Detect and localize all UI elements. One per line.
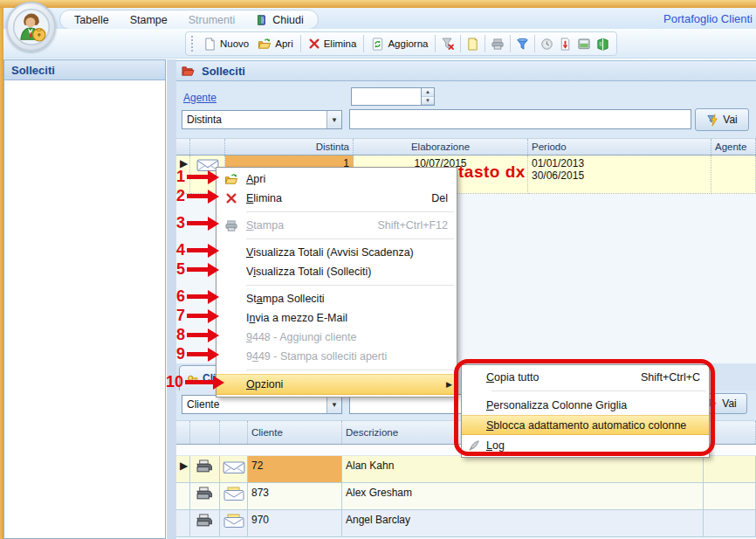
envelope-letter-icon xyxy=(223,487,244,506)
refresh-icon xyxy=(371,38,384,51)
nuovo-button[interactable]: Nuovo xyxy=(199,36,253,52)
monitor-button[interactable] xyxy=(574,36,594,52)
menu-item-label: 9449 - Stampa solleciti aperti xyxy=(246,350,448,363)
menu-item-label: Visualizza Totali (Solleciti) xyxy=(246,266,448,278)
printer-icon xyxy=(224,219,238,232)
spinner-down-icon[interactable]: ▼ xyxy=(422,97,434,106)
context-menu-item-apri[interactable]: Apri xyxy=(216,169,457,189)
column-header-periodo[interactable]: Periodo xyxy=(528,139,711,155)
elimina-button[interactable]: Elimina xyxy=(304,36,361,52)
toolbar-separator xyxy=(460,35,461,52)
column-header-blank[interactable] xyxy=(220,421,248,444)
toolbar-separator xyxy=(485,35,485,52)
delete-x-icon xyxy=(308,38,320,50)
help-book-button[interactable] xyxy=(594,36,612,52)
apri-button[interactable]: Apri xyxy=(253,36,297,52)
menu-separator xyxy=(246,285,454,286)
column-header-elaborazione[interactable]: Elaborazione xyxy=(354,139,528,155)
menu-item-shortcut: Shift+Ctrl+F12 xyxy=(377,219,448,231)
context-menu-item-visualizza-totali-solleciti[interactable]: Visualizza Totali (Solleciti) xyxy=(216,262,457,281)
cell-descrizione: Alex Gresham xyxy=(342,483,704,510)
column-header-distinta[interactable]: Distinta xyxy=(225,139,354,155)
column-header-blank[interactable] xyxy=(176,421,190,444)
menu-item-stampe[interactable]: Stampe xyxy=(130,14,168,26)
nuovo-button-label: Nuovo xyxy=(220,38,249,49)
annotation-step-number: 2 xyxy=(162,189,185,204)
arrow-head-icon xyxy=(213,376,224,390)
cell-extra xyxy=(704,510,756,537)
annotation-step-number: 3 xyxy=(162,216,185,231)
menu-item-label: Stampa Solleciti xyxy=(246,293,448,305)
cell-agente xyxy=(711,155,756,194)
column-header-blank[interactable] xyxy=(190,139,225,155)
menu-item-label: Opzioni xyxy=(246,378,448,390)
left-panel-title: Solleciti xyxy=(4,60,165,80)
envelope-icon xyxy=(223,460,245,479)
new-blank-button[interactable] xyxy=(464,36,482,52)
cell-descrizione: Angel Barclay xyxy=(342,510,704,537)
toolbar-group: NuovoApriEliminaAggiorna xyxy=(185,31,617,56)
chevron-down-icon[interactable]: ▼ xyxy=(326,396,341,413)
toolbar-separator xyxy=(435,35,436,52)
filter-button[interactable] xyxy=(513,36,532,52)
vai-button[interactable]: Vai xyxy=(695,108,749,131)
solleciti-grid-header: DistintaElaborazionePeriodoAgente xyxy=(176,138,756,155)
cell-cliente: 873 xyxy=(248,483,342,510)
annotation-step-number: 1 xyxy=(162,169,185,184)
arrow-head-icon xyxy=(208,263,219,277)
solleciti-header: Solleciti xyxy=(176,60,756,81)
menu-separator xyxy=(246,370,454,370)
annotation-step-number: 6 xyxy=(162,289,185,304)
menu-bar: TabelleStampeStrumentiChiudi Portafoglio… xyxy=(3,8,756,29)
open-folder-icon xyxy=(216,173,246,186)
agente-spinner: ▲ ▼ xyxy=(351,87,435,106)
agente-link[interactable]: Agente xyxy=(183,92,216,104)
toolbar-separator xyxy=(534,35,535,52)
small-printer-icon xyxy=(196,487,213,506)
menu-item-label: Apri xyxy=(246,173,448,185)
context-menu-item-invia-a-mezzo-e-mail[interactable]: Invia a mezzo E-Mail xyxy=(216,308,457,328)
cell-cliente: 970 xyxy=(248,510,342,537)
annotation-arrow-10: 10 xyxy=(155,375,224,390)
arrow-shaft xyxy=(187,267,208,272)
column-header-blank[interactable] xyxy=(176,139,190,155)
arrow-head-icon xyxy=(208,309,219,323)
context-menu-item-opzioni[interactable]: Opzioni▶ xyxy=(216,374,457,395)
table-row[interactable]: 873Alex Gresham xyxy=(176,483,756,510)
context-menu-item-visualizza-totali-avvisi-scadenza[interactable]: Visualizza Totali (Avvisi Scadenza) xyxy=(216,243,457,262)
row-selector-cell xyxy=(176,510,190,537)
printer-cell xyxy=(190,456,220,483)
table-row[interactable]: ▶72Alan Kahn xyxy=(176,456,756,483)
spinner-up-icon[interactable]: ▲ xyxy=(422,88,434,97)
menu-item-label: 9448 - Aggiungi cliente xyxy=(246,331,448,343)
chevron-down-icon[interactable]: ▼ xyxy=(326,111,341,128)
menu-item-chiudi[interactable]: Chiudi xyxy=(256,14,303,26)
aggiorna-button[interactable]: Aggiorna xyxy=(367,36,432,52)
annotation-step-number: 5 xyxy=(162,262,185,277)
export-pdf-button[interactable] xyxy=(556,36,574,52)
search-input[interactable] xyxy=(349,109,691,129)
arrow-shaft xyxy=(187,333,208,337)
filter-clear-button xyxy=(438,35,457,52)
column-header-cliente[interactable]: Cliente xyxy=(248,421,342,444)
annotation-step-number: 4 xyxy=(162,243,185,258)
left-navigation-panel: Solleciti xyxy=(3,59,166,539)
column-header-blank[interactable] xyxy=(190,421,220,444)
field-selector-dropdown[interactable]: Distinta ▼ xyxy=(182,110,342,129)
vai-label: Vai xyxy=(723,114,737,126)
menu-item-tabelle[interactable]: Tabelle xyxy=(74,14,109,26)
person-money-icon xyxy=(12,8,51,46)
arrow-head-icon xyxy=(208,348,219,362)
arrow-shaft xyxy=(187,221,208,225)
context-menu-item-stampa-solleciti[interactable]: Stampa Solleciti xyxy=(216,289,457,308)
agente-spinner-input[interactable] xyxy=(351,87,422,106)
table-row[interactable]: 970Angel Barclay xyxy=(176,510,756,537)
toolbar-grip[interactable] xyxy=(191,36,195,52)
arrow-shaft xyxy=(187,194,208,198)
arrow-head-icon xyxy=(208,170,219,184)
app-logo-button[interactable] xyxy=(6,2,56,52)
context-menu: ApriEliminaDelStampaShift+Ctrl+F12Visual… xyxy=(216,167,457,397)
context-menu-item-elimina[interactable]: EliminaDel xyxy=(216,189,457,208)
column-header-agente[interactable]: Agente xyxy=(711,139,756,155)
clienti-field-selector[interactable]: Cliente ▼ xyxy=(182,395,342,414)
